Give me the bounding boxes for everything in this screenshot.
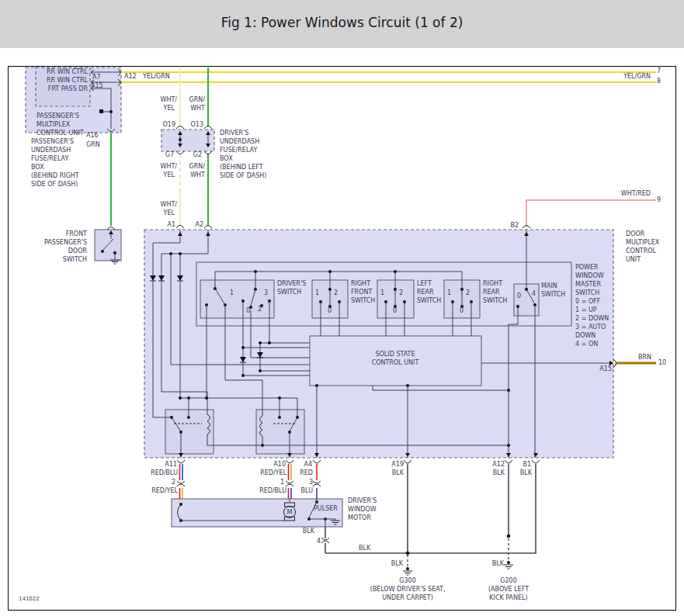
label-g200-loc2: KICK PANEL): [489, 594, 527, 601]
label-a11-color2: RED/YEL: [151, 487, 178, 494]
wiring-diagram-page: Fig 1: Power Windows Circuit (1 of 2): [0, 0, 684, 616]
a11-wires: [180, 464, 183, 499]
label-dufb-6: SIDE OF DASH): [220, 172, 266, 179]
label-ms-pos-0: 0: [517, 292, 521, 299]
label-dufb-1: DRIVER'S: [220, 130, 248, 137]
label-lr-pos-1: 1: [380, 289, 384, 296]
label-pufb-1: PASSENGER'S: [31, 138, 74, 145]
label-dmcu-4: UNIT: [626, 256, 641, 263]
label-sscu-1: SOLID STATE: [375, 351, 415, 358]
label-lr-sw-3: SWITCH: [417, 297, 441, 304]
label-a19-color: BLK: [392, 469, 404, 476]
label-drv-sw-2: SWITCH: [277, 289, 301, 296]
label-a4-color: RED: [300, 469, 313, 476]
label-conn-a16: A16: [86, 132, 99, 139]
label-a10-color: RED/YEL: [260, 469, 286, 476]
label-legend-2: WINDOW: [575, 272, 604, 279]
label-blk-horiz: BLK: [359, 545, 370, 552]
label-conn-a1: A1: [167, 221, 175, 228]
label-conn-a2: A2: [195, 221, 203, 228]
label-whtyel-b2: YEL: [164, 171, 175, 178]
label-grnwht-a2: WHT: [190, 105, 205, 112]
label-legend-10: 4 = ON: [575, 341, 598, 348]
label-pmcu-3: CONTROL UNIT: [36, 130, 84, 137]
label-fps-3: DOOR: [68, 247, 87, 254]
label-num-7: 7: [657, 67, 661, 74]
yel-grn-wires: [121, 72, 656, 82]
label-b1-color: BLK: [520, 469, 532, 476]
label-whtred-lbl: WHT/RED: [621, 190, 651, 197]
label-num-9: 9: [657, 196, 661, 203]
label-legend-8: 3 = AUTO: [575, 324, 606, 330]
wht-red-wire: [526, 200, 656, 227]
label-dmcu-1: DOOR: [626, 230, 644, 237]
label-brn-lbl: BRN: [638, 354, 651, 361]
label-motor-lbl-1: DRIVER'S: [348, 497, 377, 504]
label-conn-2: 2: [172, 479, 175, 486]
label-pmcu-2: MULTIPLEX: [36, 121, 70, 128]
label-grnwht-b2: WHT: [190, 171, 205, 178]
label-fps-2: PASSENGER'S: [44, 239, 87, 246]
label-dufb-3: FUSE/RELAY: [220, 147, 257, 154]
label-conn-b1: B1: [523, 461, 531, 468]
label-rr-win-ctrl-1: RR WIN CTRL: [47, 68, 88, 75]
label-rf-sw-1: RIGHT: [351, 280, 370, 287]
label-whtyel-c1: WHT/: [160, 201, 177, 208]
label-a4-color2: BLU: [301, 487, 313, 494]
label-conn-g7: G7: [165, 151, 174, 158]
label-g200: G200: [500, 577, 516, 584]
label-dmcu-2: MULTIPLEX: [626, 239, 659, 246]
label-legend-7: 2 = DOWN: [575, 315, 609, 322]
label-pufb-3: FUSE/RELAY: [31, 155, 68, 162]
label-rr-sw-1: RIGHT: [483, 280, 502, 287]
label-grnwht-a1: GRN/: [189, 96, 205, 103]
label-dufb-5: (BEHIND LEFT: [220, 164, 263, 171]
label-conn-a19: A19: [391, 461, 404, 468]
driver-underdash-fuse-box: [161, 130, 214, 151]
label-pulser-lbl: PULSER: [314, 505, 338, 512]
label-lr-sw-2: REAR: [417, 289, 434, 296]
label-drv-pos-3: 3: [264, 289, 268, 296]
label-rr-win-ctrl-2: RR WIN CTRL: [47, 77, 88, 84]
label-rr-sw-2: REAR: [483, 289, 500, 296]
label-main-sw-1: MAIN: [541, 282, 557, 289]
label-lr-pos-2: 2: [399, 289, 403, 296]
diagram-code: 141022: [19, 596, 40, 603]
label-a10-color2: RED/BLU: [259, 487, 286, 494]
label-legend-9: DOWN: [575, 332, 595, 339]
label-grnwht-b1: GRN/: [189, 163, 205, 170]
label-pmcu-1: PASSENGER'S: [36, 112, 79, 119]
label-frt-pass-dr: FRT PASS DR: [48, 85, 88, 92]
label-rr-pos-2: 2: [466, 289, 470, 296]
label-drv-pos-1: 1: [230, 289, 234, 296]
label-sscu-2: CONTROL UNIT: [372, 359, 419, 366]
label-blk-g200: BLK: [492, 560, 504, 567]
label-dufb-2: UNDERDASH: [220, 138, 259, 145]
label-conn-o13: O13: [191, 121, 203, 128]
label-legend-4: SWITCH: [575, 289, 599, 296]
label-fps-1: FRONT: [66, 230, 87, 237]
label-main-sw-2: SWITCH: [541, 291, 565, 298]
label-conn-4: 4: [317, 538, 321, 545]
label-dufb-4: BOX: [220, 155, 233, 162]
label-lr-pos-0: 0: [393, 307, 397, 314]
label-rf-pos-0: 0: [328, 307, 332, 314]
label-conn-3: 3: [309, 479, 313, 486]
label-rr-sw-3: SWITCH: [483, 297, 507, 304]
label-g300-loc2: UNDER CARPET): [382, 594, 433, 601]
label-pufb-5: (BEHIND RIGHT: [31, 172, 79, 179]
label-motor-lbl-3: MOTOR: [348, 514, 371, 521]
label-pufb-4: BOX: [31, 164, 44, 171]
label-blk-g300: BLK: [391, 560, 403, 567]
label-conn-a12-b: A12: [492, 461, 505, 468]
label-conn-a10: A10: [273, 461, 286, 468]
label-conn-a15-r: A15: [599, 365, 612, 372]
g300-ground-icon: [403, 552, 412, 575]
label-a12-color: BLK: [493, 469, 505, 476]
label-blk-motor: BLK: [303, 528, 314, 535]
label-whtyel-a1: WHT/: [160, 96, 177, 103]
label-num-8: 8: [657, 78, 661, 85]
label-g300-loc1: (BELOW DRIVER'S SEAT,: [370, 586, 446, 593]
label-a11-color: RED/BLU: [151, 469, 178, 476]
label-conn-b2: B2: [510, 222, 519, 229]
